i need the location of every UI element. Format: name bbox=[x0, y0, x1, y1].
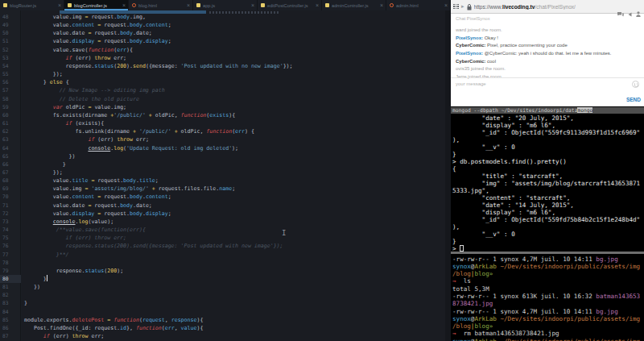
send-button[interactable]: SEND bbox=[626, 97, 641, 102]
line-number-77: 77 bbox=[0, 251, 21, 259]
tab-close-icon[interactable]: × bbox=[378, 3, 383, 8]
code-line-63: if (err) throw err; bbox=[24, 135, 293, 143]
line-number-72: 72 bbox=[0, 210, 21, 218]
mongo-output-line: "display" : "m6 l6", bbox=[452, 122, 640, 129]
chat-message-input[interactable]: your message bbox=[456, 81, 486, 86]
line-number-78: 78 bbox=[0, 259, 21, 267]
code-line-59: var oldPic = value.img; bbox=[24, 103, 293, 111]
emoji-smiley-icon[interactable] bbox=[632, 81, 639, 88]
tab-close-icon[interactable]: × bbox=[250, 3, 254, 8]
editor-tab-editPostController.js[interactable]: editPostController.js× bbox=[258, 0, 322, 10]
code-line-73: console.log(value); bbox=[24, 218, 293, 226]
shell-line: → ls bbox=[452, 277, 640, 285]
editor-tab-bar: blogRouter.js×blogController.js×blog.htm… bbox=[0, 0, 451, 10]
line-number-86: 86 bbox=[0, 324, 21, 332]
mongo-output-line: "date" : "14 July, 2015", bbox=[452, 202, 640, 209]
tab-label: app.js bbox=[203, 3, 250, 8]
code-pane[interactable]: value.img = request.body.img, value.cont… bbox=[22, 10, 451, 341]
line-number-87: 87 bbox=[0, 332, 21, 340]
chat-header-icons bbox=[617, 11, 641, 17]
person-icon[interactable] bbox=[636, 11, 641, 17]
code-line-81: }) bbox=[24, 283, 293, 291]
mongo-output-line: "__v" : 0 bbox=[452, 231, 640, 238]
tab-close-icon[interactable]: × bbox=[443, 3, 448, 8]
editor-tab-blogRouter.js[interactable]: blogRouter.js× bbox=[0, 0, 64, 10]
js-file-icon bbox=[196, 3, 200, 7]
chat-system-message: ward joined the room. bbox=[456, 27, 641, 35]
line-number-56: 56 bbox=[0, 78, 21, 86]
shell-terminal[interactable]: -rw-rw-r-- 1 synox 4,7M juil. 10 14:11 b… bbox=[451, 254, 644, 341]
chat-system-message: ovis35 joined the room. bbox=[456, 65, 641, 73]
tab-label: editPostController.js bbox=[267, 3, 314, 8]
line-number-69: 69 bbox=[0, 185, 21, 193]
mongo-output-line: { bbox=[452, 165, 640, 173]
mongo-output-line: ), bbox=[452, 223, 640, 231]
shell-line: → rm batman1436538738421.jpg bbox=[452, 330, 640, 337]
line-number-64: 64 bbox=[0, 144, 21, 152]
chat-nick[interactable]: CyberComic: bbox=[456, 59, 485, 64]
line-number-84: 84 bbox=[0, 308, 21, 316]
shell-line: synox@ArkLab ~/Dev/sites/indoorpi/public… bbox=[452, 338, 640, 341]
collapse-chevron-icon[interactable] bbox=[628, 12, 632, 17]
code-line-79: response.status(200); bbox=[24, 267, 293, 275]
tab-close-icon[interactable]: × bbox=[56, 3, 61, 8]
editor-tab-app.js[interactable]: app.js× bbox=[193, 0, 258, 10]
browser-url-bar[interactable]: ▸ https://www.livecoding.tv/chat/PixelSy… bbox=[451, 0, 644, 14]
line-number-55: 55 bbox=[0, 70, 21, 78]
mongo-terminal-titlebar[interactable]: mongod --dbpath ~/Dev/sites/indoorpi/dat… bbox=[451, 107, 644, 114]
editor-tab-blogController.js[interactable]: blogController.js× bbox=[64, 0, 129, 10]
code-line-77: }**/ bbox=[24, 251, 293, 259]
line-number-70: 70 bbox=[0, 193, 21, 201]
shell-line: synox@ArkLab ~/Dev/sites/indoorpi/public… bbox=[452, 263, 640, 270]
code-line-53: if (err) throw err; bbox=[24, 54, 293, 62]
tab-close-icon[interactable]: × bbox=[121, 3, 126, 8]
line-number-81: 81 bbox=[0, 283, 21, 291]
editor-tab-admin.html[interactable]: admin.html× bbox=[386, 0, 451, 10]
line-number-83: 83 bbox=[0, 299, 21, 307]
editor-tab-blog.html[interactable]: blog.html× bbox=[129, 0, 193, 10]
code-line-64: console.log('Update Request: old img del… bbox=[24, 144, 293, 152]
chat-bubbles-icon[interactable] bbox=[617, 12, 624, 17]
tab-close-icon[interactable]: × bbox=[314, 3, 319, 8]
code-line-87: if (err) throw err; bbox=[24, 332, 293, 340]
line-number-49: 49 bbox=[0, 21, 21, 29]
line-number-65: 65 bbox=[0, 152, 21, 160]
html-file-icon bbox=[390, 3, 394, 7]
code-line-62: fs.unlink(dirname + '/public/' + oldPic,… bbox=[24, 127, 293, 135]
code-line-58: // Delete the old picture bbox=[24, 95, 293, 103]
chat-nick[interactable]: PixelSynox: bbox=[456, 35, 483, 40]
code-line-48: value.img = request.body.img, bbox=[24, 13, 293, 21]
shell-line: -rw-rw-r-- 1 synox 4,7M juil. 10 14:11 b… bbox=[452, 308, 640, 315]
code-line-55: }); bbox=[24, 70, 293, 78]
editor-tab-adminController.js[interactable]: adminController.js× bbox=[322, 0, 386, 10]
code-line-65: }) bbox=[24, 152, 293, 160]
code-line-78 bbox=[24, 259, 293, 267]
mongo-output-line: 5333.jpg", bbox=[452, 187, 640, 194]
chat-nick[interactable]: CyberComic: bbox=[456, 43, 485, 48]
line-number-50: 50 bbox=[0, 29, 21, 37]
line-number-73: 73 bbox=[0, 218, 21, 226]
mongo-output-line: } bbox=[452, 151, 640, 158]
line-number-85: 85 bbox=[0, 316, 21, 324]
code-line-84 bbox=[24, 308, 293, 316]
editor-scrollbar-track[interactable] bbox=[445, 10, 451, 341]
text-cursor bbox=[47, 275, 47, 281]
line-number-82: 82 bbox=[0, 291, 21, 299]
code-line-68: value.title = request.body.title; bbox=[24, 177, 293, 185]
url-text[interactable]: https://www.livecoding.tv/chat/PixelSyno… bbox=[474, 4, 576, 10]
tab-label: blogRouter.js bbox=[10, 3, 56, 8]
chat-nick[interactable]: PixelSynox: bbox=[456, 51, 483, 56]
code-line-60: fs.exists(dirname +'/public/' + oldPic, … bbox=[24, 111, 293, 119]
shell-line: /blog|blog» bbox=[452, 270, 640, 277]
apps-grid-icon[interactable] bbox=[453, 4, 459, 10]
mongo-terminal[interactable]: "date" : "20 July, 2015", "display" : "m… bbox=[451, 114, 644, 252]
code-line-52: value.save(function(err){ bbox=[24, 46, 293, 54]
line-number-59: 59 bbox=[0, 103, 21, 111]
tab-close-icon[interactable]: × bbox=[185, 3, 190, 8]
shell-line: synox@ArkLab ~/Dev/sites/indoorpi/public… bbox=[452, 315, 640, 322]
code-line-66: } bbox=[24, 160, 293, 168]
mongo-output-line: "title" : "starcraft", bbox=[452, 173, 640, 180]
line-number-79: 79 bbox=[0, 267, 21, 275]
code-line-51: value.display = request.body.display; bbox=[24, 37, 293, 45]
mongo-output-line: "display" : "m6 l6", bbox=[452, 209, 640, 216]
